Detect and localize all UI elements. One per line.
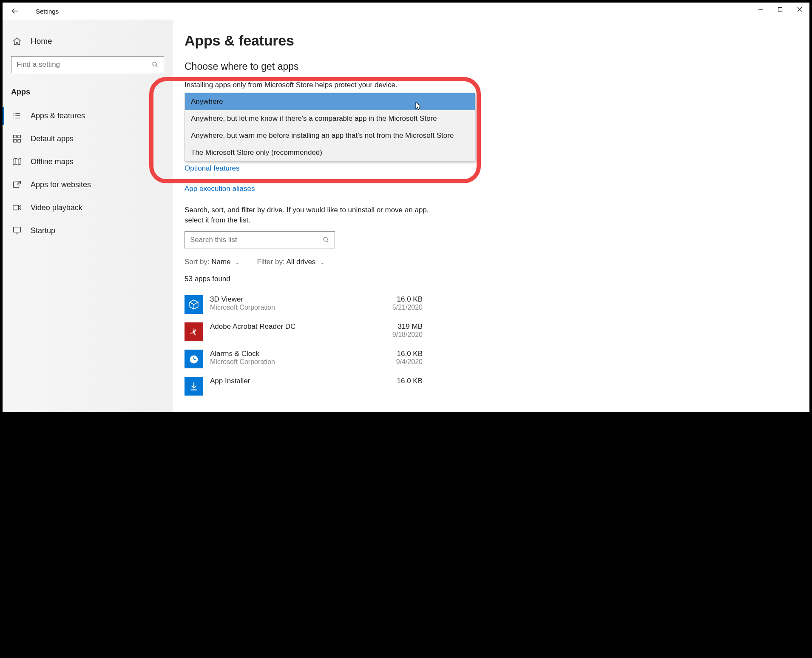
nav-label: Apps & features bbox=[31, 111, 85, 120]
svg-rect-1 bbox=[778, 8, 782, 11]
app-row[interactable]: Adobe Acrobat Reader DC 319 MB 9/18/2020 bbox=[185, 318, 423, 345]
app-icon-3dviewer bbox=[185, 295, 203, 314]
startup-icon bbox=[11, 226, 23, 235]
nav-label: Apps for websites bbox=[31, 180, 91, 189]
svg-rect-12 bbox=[14, 135, 16, 138]
svg-marker-22 bbox=[19, 205, 21, 209]
app-row[interactable]: Alarms & Clock Microsoft Corporation 16.… bbox=[185, 345, 423, 373]
section-choose-apps-title: Choose where to get apps bbox=[185, 61, 798, 72]
dropdown-option-store-only[interactable]: The Microsoft Store only (recommended) bbox=[185, 144, 475, 161]
app-row[interactable]: App Installer 16.0 KB bbox=[185, 373, 423, 400]
app-source-dropdown[interactable]: Anywhere Anywhere, but let me know if th… bbox=[185, 93, 475, 162]
app-name: Adobe Acrobat Reader DC bbox=[210, 322, 392, 331]
svg-rect-23 bbox=[14, 227, 21, 232]
dropdown-option-anywhere-warn[interactable]: Anywhere, but warn me before installing … bbox=[185, 127, 475, 144]
dropdown-option-anywhere-notify[interactable]: Anywhere, but let me know if there's a c… bbox=[185, 110, 475, 127]
svg-line-5 bbox=[156, 66, 157, 67]
nav-label: Default apps bbox=[31, 134, 74, 143]
nav-default-apps[interactable]: Default apps bbox=[3, 127, 173, 150]
search-settings-box[interactable] bbox=[11, 56, 164, 73]
app-size: 16.0 KB bbox=[396, 350, 423, 358]
app-size: 16.0 KB bbox=[397, 377, 423, 385]
back-icon[interactable] bbox=[10, 6, 20, 16]
apps-list-desc: Search, sort, and filter by drive. If yo… bbox=[185, 205, 431, 225]
app-execution-aliases-link[interactable]: App execution aliases bbox=[185, 185, 798, 193]
grid-icon bbox=[11, 134, 23, 143]
sort-label: Sort by: bbox=[185, 258, 210, 266]
titlebar: Settings bbox=[3, 3, 809, 20]
home-label: Home bbox=[31, 37, 52, 46]
nav-apps-features[interactable]: Apps & features bbox=[3, 104, 173, 127]
minimize-button[interactable] bbox=[751, 3, 770, 16]
app-name: Alarms & Clock bbox=[210, 350, 396, 358]
cursor-icon bbox=[415, 102, 423, 111]
svg-rect-15 bbox=[18, 140, 20, 142]
app-date: 5/21/2020 bbox=[392, 304, 423, 311]
app-size: 319 MB bbox=[392, 322, 423, 331]
nav-label: Startup bbox=[31, 226, 55, 235]
svg-line-27 bbox=[327, 241, 328, 242]
close-button[interactable] bbox=[790, 3, 809, 16]
search-apps-box[interactable] bbox=[185, 231, 335, 248]
app-size: 16.0 KB bbox=[392, 295, 423, 304]
sort-value: Name bbox=[211, 258, 230, 266]
search-apps-input[interactable] bbox=[190, 236, 323, 244]
filter-value: All drives bbox=[286, 258, 315, 266]
svg-rect-14 bbox=[14, 140, 16, 142]
search-icon bbox=[323, 236, 329, 243]
window-controls bbox=[751, 3, 809, 16]
main-content: Apps & features Choose where to get apps… bbox=[173, 20, 809, 412]
svg-rect-13 bbox=[18, 135, 20, 138]
list-icon bbox=[11, 111, 23, 120]
video-icon bbox=[11, 203, 23, 212]
svg-rect-19 bbox=[14, 182, 19, 188]
filter-label: Filter by: bbox=[257, 258, 284, 266]
svg-point-26 bbox=[324, 237, 327, 241]
app-row[interactable]: 3D Viewer Microsoft Corporation 16.0 KB … bbox=[185, 291, 423, 318]
app-date: 9/4/2020 bbox=[396, 358, 423, 366]
apps-list: 3D Viewer Microsoft Corporation 16.0 KB … bbox=[185, 291, 798, 400]
nav-label: Offline maps bbox=[31, 157, 74, 166]
nav-label: Video playback bbox=[31, 203, 82, 212]
app-icon-alarms bbox=[185, 350, 203, 368]
window-title: Settings bbox=[36, 8, 59, 15]
nav-startup[interactable]: Startup bbox=[3, 219, 173, 242]
search-icon bbox=[152, 61, 159, 68]
svg-marker-16 bbox=[13, 158, 21, 165]
page-title: Apps & features bbox=[185, 32, 798, 49]
app-date: 9/18/2020 bbox=[392, 331, 423, 339]
nav-offline-maps[interactable]: Offline maps bbox=[3, 150, 173, 173]
nav-apps-websites[interactable]: Apps for websites bbox=[3, 173, 173, 196]
settings-window: Settings Home bbox=[3, 3, 809, 412]
svg-point-4 bbox=[153, 62, 156, 66]
sidebar: Home Apps Apps & features bbox=[3, 20, 173, 412]
app-icon-appinstaller bbox=[185, 377, 203, 396]
app-publisher: Microsoft Corporation bbox=[210, 304, 392, 311]
app-name: 3D Viewer bbox=[210, 295, 392, 304]
sort-by-control[interactable]: Sort by: Name ⌄ bbox=[185, 258, 240, 266]
chevron-down-icon: ⌄ bbox=[235, 259, 240, 265]
maximize-button[interactable] bbox=[770, 3, 790, 16]
nav-video-playback[interactable]: Video playback bbox=[3, 196, 173, 219]
svg-rect-21 bbox=[13, 205, 19, 210]
search-settings-input[interactable] bbox=[17, 60, 152, 69]
apps-count: 53 apps found bbox=[185, 275, 798, 283]
dropdown-option-anywhere[interactable]: Anywhere bbox=[185, 93, 475, 110]
chevron-down-icon: ⌄ bbox=[320, 259, 325, 265]
filter-by-control[interactable]: Filter by: All drives ⌄ bbox=[257, 258, 325, 266]
app-icon-acrobat bbox=[185, 322, 203, 341]
section-choose-apps-desc: Installing apps only from Microsoft Stor… bbox=[185, 81, 798, 89]
home-icon bbox=[11, 37, 23, 46]
optional-features-link[interactable]: Optional features bbox=[185, 164, 798, 173]
map-icon bbox=[11, 157, 23, 166]
app-name: App Installer bbox=[210, 377, 397, 385]
open-icon bbox=[11, 180, 23, 189]
app-publisher: Microsoft Corporation bbox=[210, 358, 396, 366]
home-nav[interactable]: Home bbox=[3, 32, 173, 50]
sidebar-section-label: Apps bbox=[3, 83, 173, 104]
